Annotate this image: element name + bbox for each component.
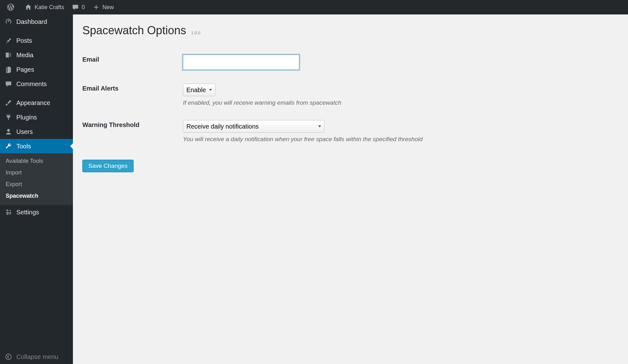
- sidebar-item-plugins[interactable]: Plugins: [0, 110, 73, 124]
- comment-bubble-icon: [72, 3, 79, 11]
- dashboard-icon: [4, 18, 13, 26]
- sidebar-item-label: Users: [16, 128, 33, 135]
- sidebar-item-comments[interactable]: Comments: [0, 77, 73, 91]
- sidebar-item-users[interactable]: Users: [0, 124, 73, 139]
- sidebar-item-pages[interactable]: Pages: [0, 62, 73, 77]
- sidebar-item-label: Appearance: [16, 99, 50, 107]
- sidebar-item-settings[interactable]: Settings: [0, 205, 73, 219]
- home-icon: [25, 3, 32, 11]
- comments-icon: [4, 80, 13, 88]
- settings-form-table: Email Email Alerts Enable If enabled, yo…: [82, 48, 619, 150]
- admin-sidebar: Dashboard Posts Media Pages Comments App…: [0, 14, 73, 364]
- brush-icon: [4, 99, 13, 107]
- email-label: Email: [82, 48, 183, 77]
- warning-threshold-select[interactable]: Receive daily notifications: [183, 120, 324, 133]
- sliders-icon: [4, 208, 13, 216]
- sidebar-item-label: Plugins: [16, 114, 37, 121]
- email-alerts-select[interactable]: Enable: [183, 84, 215, 96]
- sidebar-item-label: Media: [16, 52, 33, 59]
- page-title: Spacewatch Options 1.0.0: [82, 24, 619, 37]
- site-name-label: Katie Crafts: [35, 4, 64, 11]
- warning-threshold-description: You will receive a daily notification wh…: [183, 136, 615, 143]
- content-area: Spacewatch Options 1.0.0 Email Email Ale…: [73, 14, 628, 364]
- new-content-menu[interactable]: New: [89, 0, 118, 14]
- wrench-icon: [4, 142, 13, 150]
- submenu-item-import[interactable]: Import: [0, 167, 73, 179]
- email-input[interactable]: [183, 55, 299, 70]
- sidebar-item-label: Comments: [16, 80, 47, 88]
- submenu-item-export[interactable]: Export: [0, 179, 73, 190]
- menu-separator: [0, 29, 73, 33]
- pin-icon: [4, 36, 13, 45]
- sidebar-item-appearance[interactable]: Appearance: [0, 96, 73, 110]
- submenu-item-spacewatch[interactable]: Spacewatch: [0, 190, 73, 202]
- sidebar-item-dashboard[interactable]: Dashboard: [0, 14, 73, 29]
- sidebar-item-posts[interactable]: Posts: [0, 33, 73, 48]
- user-icon: [4, 128, 13, 136]
- save-changes-button[interactable]: Save Changes: [82, 160, 134, 172]
- sidebar-item-label: Tools: [16, 143, 31, 150]
- page-title-text: Spacewatch Options: [82, 24, 186, 37]
- submenu-item-available-tools[interactable]: Available Tools: [0, 155, 73, 167]
- sidebar-item-label: Dashboard: [16, 18, 47, 25]
- version-label: 1.0.0: [191, 30, 200, 35]
- sidebar-item-label: Posts: [16, 37, 32, 44]
- svg-point-0: [6, 354, 11, 360]
- sidebar-item-media[interactable]: Media: [0, 48, 73, 62]
- warning-threshold-label: Warning Threshold: [82, 114, 183, 150]
- pages-icon: [4, 65, 13, 74]
- email-alerts-label: Email Alerts: [82, 77, 183, 114]
- media-icon: [4, 51, 13, 59]
- sidebar-item-label: Settings: [16, 209, 39, 216]
- admin-bar: Katie Crafts 0 New: [0, 0, 628, 14]
- collapse-menu-button[interactable]: Collapse menu: [0, 350, 73, 364]
- sidebar-item-label: Pages: [16, 66, 34, 73]
- comments-count: 0: [82, 4, 85, 11]
- sidebar-item-tools[interactable]: Tools: [0, 139, 73, 153]
- wordpress-icon: [7, 3, 14, 11]
- collapse-icon: [4, 353, 13, 361]
- wp-logo-menu[interactable]: [3, 0, 21, 14]
- email-alerts-description: If enabled, you will receive warning ema…: [183, 99, 615, 106]
- menu-separator: [0, 91, 73, 96]
- site-name-menu[interactable]: Katie Crafts: [21, 0, 68, 14]
- collapse-menu-label: Collapse menu: [16, 353, 58, 361]
- plug-icon: [4, 113, 13, 121]
- new-label: New: [102, 4, 114, 11]
- tools-submenu: Available Tools Import Export Spacewatch: [0, 153, 73, 205]
- comments-menu[interactable]: 0: [68, 0, 89, 14]
- plus-icon: [92, 3, 100, 11]
